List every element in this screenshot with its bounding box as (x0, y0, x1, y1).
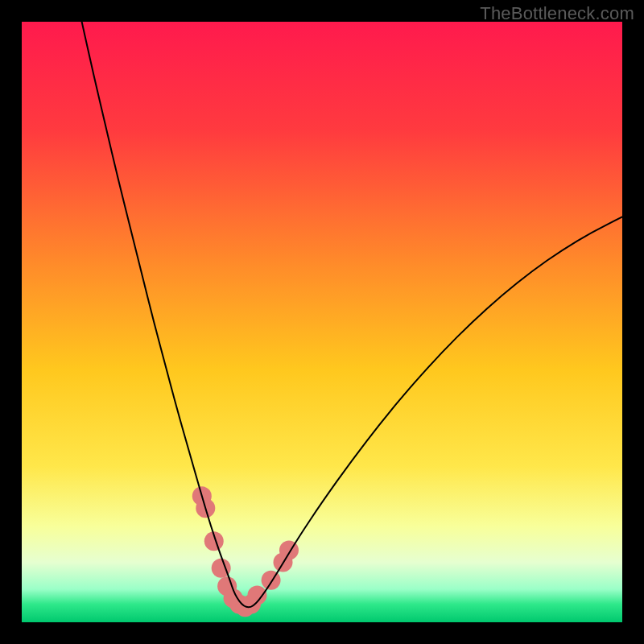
watermark-text: TheBottleneck.com (480, 3, 634, 24)
bottleneck-chart (22, 22, 622, 622)
gradient-background (22, 22, 622, 622)
chart-frame (22, 22, 622, 622)
marker-dot (262, 571, 281, 590)
